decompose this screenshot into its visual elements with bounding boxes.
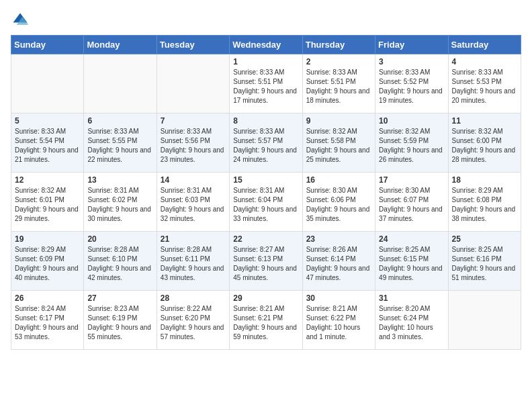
calendar-day-cell: 21Sunrise: 8:28 AM Sunset: 6:11 PM Dayli…: [157, 232, 229, 291]
calendar-day-cell: 27Sunrise: 8:23 AM Sunset: 6:19 PM Dayli…: [84, 291, 157, 350]
logo: [11, 11, 32, 30]
day-number: 1: [233, 57, 298, 66]
day-number: 6: [87, 116, 152, 126]
day-of-week-header: Sunday: [11, 36, 84, 54]
day-number: 4: [452, 57, 517, 66]
day-info: Sunrise: 8:31 AM Sunset: 6:03 PM Dayligh…: [161, 186, 226, 224]
calendar-day-cell: 13Sunrise: 8:31 AM Sunset: 6:02 PM Dayli…: [84, 173, 157, 232]
day-number: 24: [379, 234, 444, 244]
calendar-day-cell: 24Sunrise: 8:25 AM Sunset: 6:15 PM Dayli…: [375, 232, 448, 291]
day-info: Sunrise: 8:26 AM Sunset: 6:14 PM Dayligh…: [306, 245, 371, 283]
calendar-day-cell: 3Sunrise: 8:33 AM Sunset: 5:52 PM Daylig…: [375, 54, 448, 113]
calendar-header-row: SundayMondayTuesdayWednesdayThursdayFrid…: [11, 36, 521, 54]
day-info: Sunrise: 8:33 AM Sunset: 5:51 PM Dayligh…: [306, 68, 371, 105]
calendar-day-cell: [157, 54, 229, 113]
day-number: 9: [306, 116, 371, 126]
day-info: Sunrise: 8:21 AM Sunset: 6:22 PM Dayligh…: [306, 304, 371, 342]
calendar-day-cell: 14Sunrise: 8:31 AM Sunset: 6:03 PM Dayli…: [157, 173, 229, 232]
day-info: Sunrise: 8:33 AM Sunset: 5:56 PM Dayligh…: [161, 127, 226, 165]
day-number: 23: [306, 234, 371, 244]
calendar-day-cell: 30Sunrise: 8:21 AM Sunset: 6:22 PM Dayli…: [302, 291, 375, 350]
day-number: 2: [306, 57, 371, 66]
calendar-day-cell: 22Sunrise: 8:27 AM Sunset: 6:13 PM Dayli…: [230, 232, 302, 291]
calendar-day-cell: 16Sunrise: 8:30 AM Sunset: 6:06 PM Dayli…: [302, 173, 375, 232]
day-number: 7: [161, 116, 226, 126]
calendar-week-row: 12Sunrise: 8:32 AM Sunset: 6:01 PM Dayli…: [11, 173, 521, 232]
calendar-day-cell: 15Sunrise: 8:31 AM Sunset: 6:04 PM Dayli…: [230, 173, 302, 232]
calendar-day-cell: 6Sunrise: 8:33 AM Sunset: 5:55 PM Daylig…: [84, 113, 157, 173]
calendar-day-cell: 19Sunrise: 8:29 AM Sunset: 6:09 PM Dayli…: [11, 232, 84, 291]
day-info: Sunrise: 8:33 AM Sunset: 5:53 PM Dayligh…: [452, 68, 517, 105]
calendar-day-cell: 20Sunrise: 8:28 AM Sunset: 6:10 PM Dayli…: [84, 232, 157, 291]
day-info: Sunrise: 8:20 AM Sunset: 6:24 PM Dayligh…: [379, 304, 444, 342]
day-of-week-header: Tuesday: [157, 36, 229, 54]
day-number: 31: [379, 293, 444, 303]
calendar-day-cell: 29Sunrise: 8:21 AM Sunset: 6:21 PM Dayli…: [230, 291, 302, 350]
calendar-day-cell: 9Sunrise: 8:32 AM Sunset: 5:58 PM Daylig…: [302, 113, 375, 173]
calendar-day-cell: [84, 54, 157, 113]
page-header: [11, 11, 521, 30]
calendar-day-cell: 17Sunrise: 8:30 AM Sunset: 6:07 PM Dayli…: [375, 173, 448, 232]
day-info: Sunrise: 8:33 AM Sunset: 5:55 PM Dayligh…: [87, 127, 152, 165]
day-info: Sunrise: 8:24 AM Sunset: 6:17 PM Dayligh…: [15, 304, 80, 342]
day-of-week-header: Saturday: [448, 36, 521, 54]
day-number: 30: [306, 293, 371, 303]
calendar-day-cell: 31Sunrise: 8:20 AM Sunset: 6:24 PM Dayli…: [375, 291, 448, 350]
calendar-day-cell: 5Sunrise: 8:33 AM Sunset: 5:54 PM Daylig…: [11, 113, 84, 173]
calendar-day-cell: 23Sunrise: 8:26 AM Sunset: 6:14 PM Dayli…: [302, 232, 375, 291]
day-info: Sunrise: 8:30 AM Sunset: 6:07 PM Dayligh…: [379, 186, 444, 224]
day-number: 21: [161, 234, 226, 244]
day-info: Sunrise: 8:23 AM Sunset: 6:19 PM Dayligh…: [87, 304, 152, 342]
day-number: 25: [452, 234, 517, 244]
day-of-week-header: Friday: [375, 36, 448, 54]
day-info: Sunrise: 8:32 AM Sunset: 6:00 PM Dayligh…: [452, 127, 517, 165]
day-number: 14: [161, 175, 226, 185]
calendar-day-cell: 12Sunrise: 8:32 AM Sunset: 6:01 PM Dayli…: [11, 173, 84, 232]
day-number: 17: [379, 175, 444, 185]
day-info: Sunrise: 8:28 AM Sunset: 6:10 PM Dayligh…: [87, 245, 152, 283]
day-info: Sunrise: 8:33 AM Sunset: 5:51 PM Dayligh…: [233, 68, 298, 105]
day-number: 8: [233, 116, 298, 126]
day-number: 18: [452, 175, 517, 185]
calendar-week-row: 5Sunrise: 8:33 AM Sunset: 5:54 PM Daylig…: [11, 113, 521, 173]
day-number: 5: [15, 116, 80, 126]
day-info: Sunrise: 8:31 AM Sunset: 6:02 PM Dayligh…: [87, 186, 152, 224]
day-info: Sunrise: 8:21 AM Sunset: 6:21 PM Dayligh…: [233, 304, 298, 342]
day-number: 28: [161, 293, 226, 303]
day-info: Sunrise: 8:33 AM Sunset: 5:57 PM Dayligh…: [233, 127, 298, 165]
day-number: 20: [87, 234, 152, 244]
day-info: Sunrise: 8:29 AM Sunset: 6:09 PM Dayligh…: [15, 245, 80, 283]
calendar-day-cell: 11Sunrise: 8:32 AM Sunset: 6:00 PM Dayli…: [448, 113, 521, 173]
calendar-week-row: 26Sunrise: 8:24 AM Sunset: 6:17 PM Dayli…: [11, 291, 521, 350]
day-number: 3: [379, 57, 444, 66]
calendar-day-cell: 2Sunrise: 8:33 AM Sunset: 5:51 PM Daylig…: [302, 54, 375, 113]
day-number: 12: [15, 175, 80, 185]
calendar-day-cell: 18Sunrise: 8:29 AM Sunset: 6:08 PM Dayli…: [448, 173, 521, 232]
day-number: 26: [15, 293, 80, 303]
calendar-day-cell: 26Sunrise: 8:24 AM Sunset: 6:17 PM Dayli…: [11, 291, 84, 350]
day-info: Sunrise: 8:28 AM Sunset: 6:11 PM Dayligh…: [161, 245, 226, 283]
calendar-day-cell: 28Sunrise: 8:22 AM Sunset: 6:20 PM Dayli…: [157, 291, 229, 350]
calendar-table: SundayMondayTuesdayWednesdayThursdayFrid…: [11, 35, 521, 350]
calendar-week-row: 1Sunrise: 8:33 AM Sunset: 5:51 PM Daylig…: [11, 54, 521, 113]
day-number: 11: [452, 116, 517, 126]
calendar-day-cell: 7Sunrise: 8:33 AM Sunset: 5:56 PM Daylig…: [157, 113, 229, 173]
day-info: Sunrise: 8:25 AM Sunset: 6:15 PM Dayligh…: [379, 245, 444, 283]
logo-icon: [11, 11, 30, 30]
calendar-day-cell: 1Sunrise: 8:33 AM Sunset: 5:51 PM Daylig…: [230, 54, 302, 113]
day-info: Sunrise: 8:25 AM Sunset: 6:16 PM Dayligh…: [452, 245, 517, 283]
day-of-week-header: Wednesday: [230, 36, 302, 54]
day-info: Sunrise: 8:30 AM Sunset: 6:06 PM Dayligh…: [306, 186, 371, 224]
day-number: 29: [233, 293, 298, 303]
calendar-week-row: 19Sunrise: 8:29 AM Sunset: 6:09 PM Dayli…: [11, 232, 521, 291]
calendar-day-cell: 10Sunrise: 8:32 AM Sunset: 5:59 PM Dayli…: [375, 113, 448, 173]
day-info: Sunrise: 8:33 AM Sunset: 5:52 PM Dayligh…: [379, 68, 444, 105]
day-number: 16: [306, 175, 371, 185]
calendar-day-cell: 4Sunrise: 8:33 AM Sunset: 5:53 PM Daylig…: [448, 54, 521, 113]
day-info: Sunrise: 8:27 AM Sunset: 6:13 PM Dayligh…: [233, 245, 298, 283]
day-info: Sunrise: 8:33 AM Sunset: 5:54 PM Dayligh…: [15, 127, 80, 165]
day-info: Sunrise: 8:31 AM Sunset: 6:04 PM Dayligh…: [233, 186, 298, 224]
day-info: Sunrise: 8:29 AM Sunset: 6:08 PM Dayligh…: [452, 186, 517, 224]
day-info: Sunrise: 8:32 AM Sunset: 5:59 PM Dayligh…: [379, 127, 444, 165]
day-number: 27: [87, 293, 152, 303]
